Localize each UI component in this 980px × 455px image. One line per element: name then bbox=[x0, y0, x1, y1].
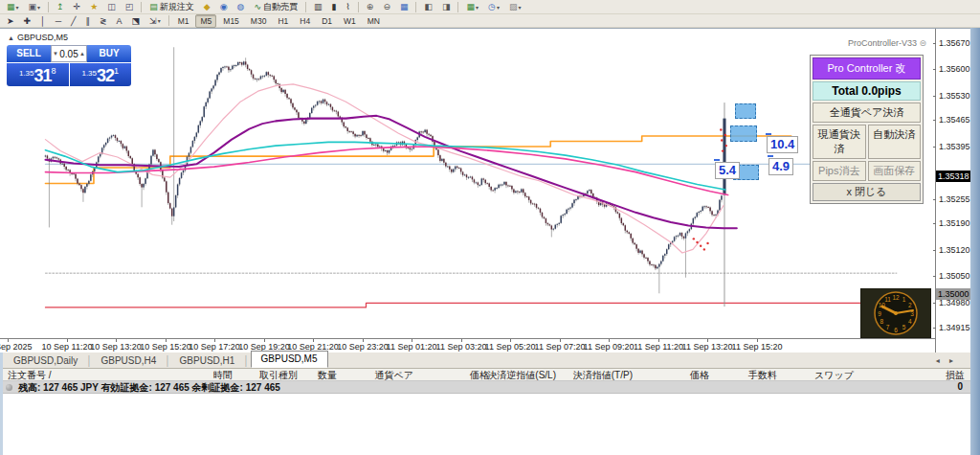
auto-close-button[interactable]: 自動決済 bbox=[868, 125, 922, 159]
column-header[interactable]: 取引種別 bbox=[259, 369, 298, 382]
dropdown-arrow-icon[interactable]: ▾ bbox=[518, 4, 521, 11]
column-header[interactable]: 手数料 bbox=[748, 369, 777, 382]
market-watch-button[interactable]: ↥ bbox=[53, 1, 68, 12]
arrows-button[interactable]: ⇲▾ bbox=[145, 15, 165, 27]
buy-price[interactable]: 1.35321 bbox=[70, 63, 132, 86]
metaeditor-button[interactable]: ◆ bbox=[200, 1, 214, 12]
time-axis[interactable]: 10 Sep 202510 Sep 11:2010 Sep 13:2010 Se… bbox=[0, 338, 935, 353]
lot-size-field[interactable]: ▼ 0.05 ▲ bbox=[51, 45, 87, 62]
pips-distance-label[interactable]: 10.4 bbox=[767, 136, 798, 153]
new-order-button[interactable]: ▤新規注文 bbox=[145, 1, 198, 12]
profiles-button[interactable]: ▣▾ bbox=[25, 1, 45, 12]
sell-button[interactable]: SELL bbox=[7, 45, 51, 62]
column-header[interactable]: 価格 bbox=[470, 369, 489, 382]
bar-chart-button[interactable]: ▥ bbox=[310, 1, 326, 12]
tab-gbpusd-h1[interactable]: GBPUSD,H1 bbox=[172, 354, 243, 368]
terminal-button[interactable]: ◫ bbox=[103, 1, 120, 12]
dropdown-arrow-icon[interactable]: ▾ bbox=[37, 4, 40, 11]
timeframe-d1[interactable]: D1 bbox=[317, 14, 337, 28]
gear-icon[interactable]: ⊜ bbox=[920, 38, 927, 48]
price-tick bbox=[933, 223, 936, 224]
crosshair-button[interactable]: ✚ bbox=[20, 15, 35, 27]
close-current-pair-button[interactable]: 現通貨決済 bbox=[813, 125, 866, 159]
dropdown-arrow-icon[interactable]: ▾ bbox=[158, 17, 161, 24]
autotrading-button[interactable]: ∿自動売買 bbox=[250, 1, 301, 12]
new-chart-button[interactable]: ▦▾ bbox=[3, 1, 23, 12]
navigator-button[interactable]: ★ bbox=[86, 1, 101, 12]
close-all-pairs-button[interactable]: 全通貨ペア決済 bbox=[813, 102, 921, 123]
pips-distance-label[interactable]: 4.9 bbox=[768, 158, 793, 175]
selection-rectangle-object[interactable] bbox=[730, 125, 757, 142]
dropdown-arrow-icon[interactable]: ▾ bbox=[476, 4, 479, 11]
strategy-tester-button[interactable]: ◰ bbox=[122, 1, 138, 12]
buy-button[interactable]: BUY bbox=[87, 45, 131, 62]
column-header[interactable]: 損益 bbox=[946, 369, 965, 382]
toolbar-separator bbox=[141, 2, 142, 12]
chart-shift-button[interactable]: ◨ bbox=[438, 1, 455, 12]
price-axis-label: 1.35255 bbox=[939, 194, 970, 204]
selection-rectangle-object[interactable] bbox=[735, 103, 756, 119]
timeframe-m1[interactable]: M1 bbox=[173, 14, 194, 28]
timeframe-m5[interactable]: M5 bbox=[195, 14, 216, 28]
horizontal-line-button[interactable]: ─ bbox=[52, 15, 65, 27]
experts-button[interactable]: ◉ bbox=[216, 1, 232, 12]
template-button[interactable]: ▨▾ bbox=[505, 1, 525, 12]
column-header[interactable]: 決済逆指値(S/L) bbox=[487, 369, 556, 382]
analog-clock-widget[interactable]: 121234567891011 bbox=[860, 288, 931, 338]
trendline-button[interactable]: ╱ bbox=[67, 15, 79, 27]
terminal-balance-row[interactable]: 残高: 127 465 JPY 有効証拠金: 127 465 余剰証拠金: 12… bbox=[0, 381, 970, 394]
tab-gbpusd-h4[interactable]: GBPUSD,H4 bbox=[94, 354, 165, 368]
channel-button[interactable]: ∥ bbox=[82, 15, 95, 27]
auto-scroll-button[interactable]: ◧ bbox=[420, 1, 436, 12]
tab-gbpusd-daily[interactable]: GBPUSD,Daily bbox=[6, 354, 85, 368]
price-tick bbox=[933, 43, 936, 44]
data-window-button[interactable]: ✛ bbox=[70, 1, 85, 12]
indicators-icon: ▦ bbox=[466, 2, 475, 11]
column-header[interactable]: 時間 bbox=[213, 369, 233, 382]
price-chart[interactable] bbox=[0, 29, 935, 339]
candlestick-chart-button[interactable]: ▮ bbox=[327, 1, 340, 12]
lot-decrease-icon[interactable]: ▼ bbox=[52, 51, 59, 57]
line-chart-button[interactable]: ⌇ bbox=[342, 1, 353, 12]
column-header[interactable]: スワップ bbox=[814, 369, 854, 382]
window-right-edge[interactable] bbox=[970, 28, 980, 455]
timeframe-m30[interactable]: M30 bbox=[246, 14, 272, 28]
periods-button[interactable]: ◷▾ bbox=[484, 1, 503, 12]
pro-controller-title[interactable]: Pro Controller 改 bbox=[813, 57, 921, 80]
lot-increase-icon[interactable]: ▲ bbox=[78, 51, 86, 57]
column-header[interactable]: 価格 bbox=[690, 369, 709, 382]
lot-value[interactable]: 0.05 bbox=[59, 49, 78, 59]
cursor-button[interactable]: ➤ bbox=[3, 15, 18, 27]
zoom-in-button[interactable]: ⊕ bbox=[363, 1, 378, 12]
column-header[interactable]: 注文番号 / bbox=[8, 369, 52, 382]
chart-symbol-title[interactable]: ▲GBPUSD,M5 bbox=[8, 33, 68, 42]
sell-price[interactable]: 1.35318 bbox=[7, 63, 69, 86]
tile-windows-button[interactable]: ▦ bbox=[396, 1, 412, 12]
fibonacci-button[interactable]: ≷ bbox=[96, 15, 111, 27]
clear-pips-button[interactable]: Pips消去 bbox=[813, 161, 866, 181]
indicators-button[interactable]: ▦▾ bbox=[462, 1, 482, 12]
current-price-tag: 1.35318 bbox=[936, 171, 971, 182]
pips-distance-label[interactable]: 5.4 bbox=[715, 162, 740, 179]
screen-capture-button[interactable]: 画面保存 bbox=[868, 161, 922, 181]
timeframe-m15[interactable]: M15 bbox=[218, 14, 244, 28]
timeframe-h1[interactable]: H1 bbox=[273, 14, 293, 28]
column-header[interactable]: 決済指値(T/P) bbox=[573, 369, 633, 382]
price-axis[interactable]: 1.356701.356001.355301.354651.353951.352… bbox=[935, 29, 970, 353]
tab-gbpusd-m5[interactable]: GBPUSD,M5 bbox=[251, 351, 328, 368]
close-panel-button[interactable]: x 閉じる bbox=[813, 183, 921, 201]
timeframe-mn[interactable]: MN bbox=[363, 14, 385, 28]
collapse-icon[interactable]: ▲ bbox=[8, 34, 14, 41]
text-label-button[interactable]: ⬔ bbox=[128, 15, 145, 27]
vertical-line-button[interactable]: │ bbox=[36, 15, 50, 27]
timeframe-w1[interactable]: W1 bbox=[339, 14, 361, 28]
column-header[interactable]: 通貨ペア bbox=[375, 369, 413, 382]
globe-button[interactable]: ◍ bbox=[234, 1, 249, 12]
tab-scroll-arrows[interactable]: ◂ ▸ bbox=[936, 356, 957, 365]
dropdown-arrow-icon[interactable]: ▾ bbox=[497, 4, 500, 11]
timeframe-h4[interactable]: H4 bbox=[295, 14, 315, 28]
column-header[interactable]: 数量 bbox=[318, 369, 337, 382]
zoom-out-button[interactable]: ⊖ bbox=[379, 1, 394, 12]
text-button[interactable]: A bbox=[113, 15, 126, 27]
dropdown-arrow-icon[interactable]: ▾ bbox=[16, 4, 19, 11]
